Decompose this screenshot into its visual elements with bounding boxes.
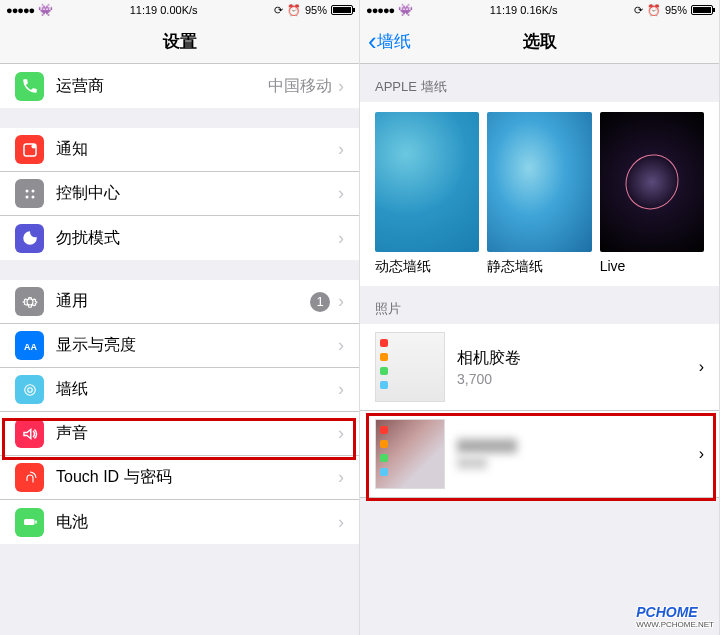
svg-point-3 [31,189,34,192]
row-notifications[interactable]: 通知 › [0,128,359,172]
watermark: PCHOME WWW.PCHOME.NET [636,604,714,629]
battery-icon [331,5,353,15]
lock-icon: ⟳ [634,4,643,17]
chevron-left-icon: ‹ [368,26,377,57]
chevron-right-icon: › [338,228,344,249]
status-time: 11:19 [130,4,158,16]
display-label: 显示与亮度 [56,335,338,356]
nav-bar: 设置 [0,20,359,64]
nav-bar: ‹ 墙纸 选取 [360,20,719,64]
battery-pct: 95% [305,4,327,16]
dynamic-thumb [375,112,479,252]
svg-point-1 [31,144,36,149]
svg-point-7 [24,384,35,395]
alarm-icon: ⏰ [647,4,661,17]
camera-roll-count: 3,700 [457,371,699,387]
svg-point-4 [25,195,28,198]
page-title: 设置 [163,30,197,53]
moon-icon [15,224,44,253]
fingerprint-icon [15,463,44,492]
svg-text:AA: AA [24,341,37,351]
back-label: 墙纸 [377,30,411,53]
carrier-value: 中国移动 [268,76,332,97]
row-album[interactable]: › [360,411,719,498]
row-control-center[interactable]: 控制中心 › [0,172,359,216]
chevron-right-icon: › [699,445,704,463]
wp-static[interactable]: 静态墙纸 [487,112,591,286]
album-title [457,439,517,453]
sound-icon [15,419,44,448]
settings-list[interactable]: 运营商 中国移动 › 通知 › 控制中心 › 勿扰模式 › [0,64,359,635]
wp-live[interactable]: Live [600,112,704,286]
gear-icon [15,287,44,316]
row-dnd[interactable]: 勿扰模式 › [0,216,359,260]
status-speed: 0.16K/s [520,4,557,16]
watermark-main: PCHOME [636,604,697,620]
notif-label: 通知 [56,139,338,160]
dynamic-label: 动态墙纸 [375,258,479,286]
status-bar: ●●●●● 👾 11:19 0.00K/s ⟳ ⏰ 95% [0,0,359,20]
battery-label: 电池 [56,512,338,533]
svg-rect-9 [24,519,35,525]
watermark-sub: WWW.PCHOME.NET [636,620,714,629]
live-label: Live [600,258,704,284]
chevron-right-icon: › [338,423,344,444]
row-wallpaper[interactable]: 墙纸 › [0,368,359,412]
wallpaper-label: 墙纸 [56,379,338,400]
svg-point-5 [31,195,34,198]
album-count [457,457,487,469]
chevron-right-icon: › [338,291,344,312]
chevron-right-icon: › [338,467,344,488]
choose-content[interactable]: APPLE 墙纸 动态墙纸 静态墙纸 Live 照片 相机胶卷 3,700 › [360,64,719,635]
display-icon: AA [15,331,44,360]
svg-rect-10 [35,521,37,524]
phone-icon [15,72,44,101]
control-center-icon [15,179,44,208]
signal-dots: ●●●●● [6,4,34,16]
status-time: 11:19 [490,4,518,16]
row-touchid[interactable]: Touch ID 与密码 › [0,456,359,500]
camera-roll-thumb [375,332,445,402]
chevron-right-icon: › [699,358,704,376]
status-speed: 0.00K/s [160,4,197,16]
battery-row-icon [15,508,44,537]
album-thumb [375,419,445,489]
svg-point-2 [25,189,28,192]
carrier-icon: 👾 [398,3,413,17]
chevron-right-icon: › [338,379,344,400]
row-carrier[interactable]: 运营商 中国移动 › [0,64,359,108]
chevron-right-icon: › [338,335,344,356]
alarm-icon: ⏰ [287,4,301,17]
status-bar: ●●●●● 👾 11:19 0.16K/s ⟳ ⏰ 95% [360,0,719,20]
touchid-label: Touch ID 与密码 [56,467,338,488]
chevron-right-icon: › [338,76,344,97]
sound-label: 声音 [56,423,338,444]
live-thumb [600,112,704,252]
camera-roll-title: 相机胶卷 [457,348,699,369]
section-photos-header: 照片 [360,286,719,324]
lock-icon: ⟳ [274,4,283,17]
row-camera-roll[interactable]: 相机胶卷 3,700 › [360,324,719,411]
svg-point-8 [27,387,32,392]
static-thumb [487,112,591,252]
chevron-right-icon: › [338,512,344,533]
ctrl-label: 控制中心 [56,183,338,204]
row-display[interactable]: AA 显示与亮度 › [0,324,359,368]
battery-pct: 95% [665,4,687,16]
page-title: 选取 [523,30,557,53]
wallpaper-icon [15,375,44,404]
apple-wallpapers: 动态墙纸 静态墙纸 Live [360,102,719,286]
chevron-right-icon: › [338,139,344,160]
back-button[interactable]: ‹ 墙纸 [368,26,411,57]
static-label: 静态墙纸 [487,258,591,286]
carrier-icon: 👾 [38,3,53,17]
carrier-label: 运营商 [56,76,268,97]
general-badge: 1 [310,292,330,312]
row-battery[interactable]: 电池 › [0,500,359,544]
wallpaper-choose-screen: ●●●●● 👾 11:19 0.16K/s ⟳ ⏰ 95% ‹ 墙纸 选取 AP… [360,0,720,635]
row-general[interactable]: 通用 1 › [0,280,359,324]
wp-dynamic[interactable]: 动态墙纸 [375,112,479,286]
row-sound[interactable]: 声音 › [0,412,359,456]
chevron-right-icon: › [338,183,344,204]
settings-screen: ●●●●● 👾 11:19 0.00K/s ⟳ ⏰ 95% 设置 运营商 中国移… [0,0,360,635]
